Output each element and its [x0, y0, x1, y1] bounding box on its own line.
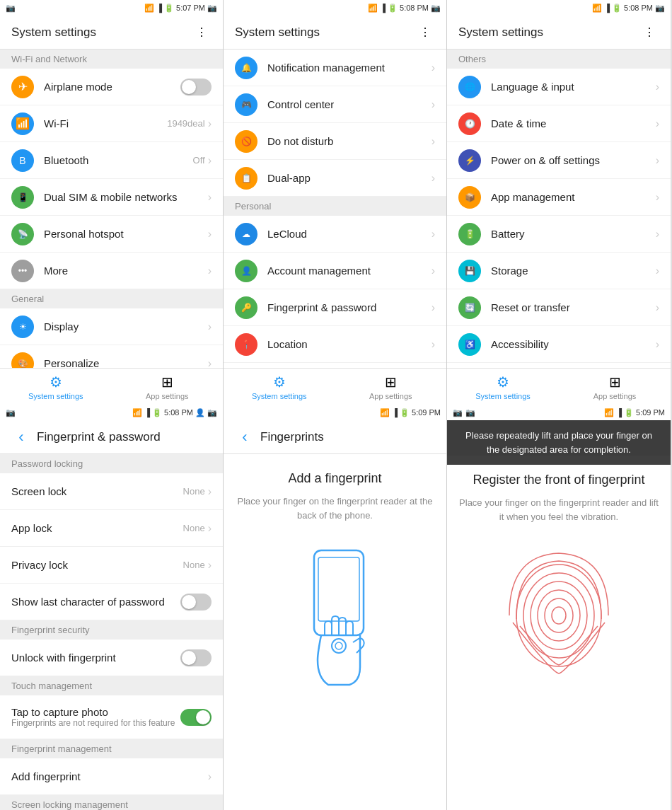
app-lock-value: None [183, 523, 205, 533]
panel-system-settings-2: 📶 ▐ 🔋 5:08 PM 📷 System settings ⋮ 🔔 Noti… [224, 0, 447, 405]
personalize-icon: 🎨 [11, 352, 34, 369]
unlock-fp-label: Unlock with fingerprint [11, 652, 180, 664]
screen-lock-chevron: › [208, 485, 212, 498]
app-mgmt-label: App management [491, 191, 656, 203]
screenshot-icon-4: 📷 [6, 408, 16, 417]
menu-button-2[interactable]: ⋮ [415, 23, 435, 42]
storage-label: Storage [491, 265, 656, 277]
svg-point-5 [545, 598, 573, 632]
setting-bluetooth[interactable]: Β Bluetooth Off › [0, 142, 223, 179]
app-lock-chevron: › [208, 522, 212, 535]
setting-accessibility[interactable]: ♿ Accessibility › [447, 326, 671, 363]
tap-capture-toggle[interactable] [180, 709, 212, 726]
show-last-char-toggle[interactable] [180, 594, 212, 611]
time-display-3: 5:08 PM [624, 4, 653, 12]
toast-text: Please repeatedly lift and place your fi… [465, 430, 652, 455]
setting-screen-lock[interactable]: Screen lock None › [0, 473, 223, 510]
time-display-4: 5:08 PM [164, 408, 193, 417]
language-icon: 🌐 [458, 76, 481, 98]
setting-notification[interactable]: 🔔 Notification management › [224, 50, 446, 86]
nav-system-settings-2[interactable]: ⚙ System settings [224, 369, 335, 405]
setting-date-time[interactable]: 🕐 Date & time › [447, 105, 671, 142]
dual-sim-chevron: › [208, 191, 212, 204]
datetime-icon: 🕐 [458, 112, 481, 135]
setting-wifi[interactable]: 📶 Wi-Fi 1949deal › [0, 105, 223, 142]
notification-icon: 🔔 [235, 57, 257, 79]
setting-display[interactable]: ☀ Display › [0, 308, 223, 345]
setting-add-fingerprint[interactable]: Add fingerprint › [0, 758, 223, 795]
airplane-toggle[interactable] [180, 79, 212, 96]
setting-show-last-char[interactable]: Show last character of password [0, 584, 223, 620]
screen-lock-label: Screen lock [11, 485, 183, 497]
status-bar-6: 📷 📷 📶 ▐ 🔋 5:09 PM [447, 405, 671, 420]
privacy-lock-chevron: › [208, 559, 212, 572]
setting-fingerprint-password[interactable]: 🔑 Fingerprint & password › [224, 289, 446, 326]
show-last-char-label: Show last character of password [11, 596, 180, 608]
privacy-lock-label: Privacy lock [11, 559, 183, 571]
svg-point-7 [531, 582, 587, 649]
app-mgmt-icon: 📦 [458, 186, 481, 209]
setting-dual-app[interactable]: 📋 Dual-app › [224, 160, 446, 197]
page-title-1: System settings [11, 25, 192, 40]
hotspot-icon: 📡 [11, 223, 34, 245]
toolbar-2: System settings ⋮ [224, 16, 446, 50]
setting-app-mgmt[interactable]: 📦 App management › [447, 179, 671, 216]
back-button-5[interactable]: ‹ [235, 427, 255, 447]
nav-system-settings-1[interactable]: ⚙ System settings [0, 369, 112, 405]
setting-reset[interactable]: 🔄 Reset or transfer › [447, 289, 671, 326]
section-fingerprint-security: Fingerprint security [0, 620, 223, 640]
phone-hand-illustration [279, 543, 392, 699]
display-chevron: › [208, 320, 212, 333]
status-bar-3: 📶 ▐ 🔋 5:08 PM 📷 [447, 0, 671, 16]
setting-control-center[interactable]: 🎮 Control center › [224, 86, 446, 123]
setting-account-mgmt[interactable]: 👤 Account management › [224, 253, 446, 289]
battery-chevron: › [656, 228, 659, 241]
setting-print[interactable]: 🖨 Print services › [447, 363, 671, 368]
svg-point-9 [516, 565, 601, 666]
nav-app-settings-1[interactable]: ⊞ App settings [112, 369, 224, 405]
setting-battery[interactable]: 🔋 Battery › [447, 216, 671, 253]
setting-dnd[interactable]: 🚫 Do not disturb › [224, 123, 446, 160]
setting-location[interactable]: 📍 Location › [224, 326, 446, 363]
reset-label: Reset or transfer [491, 301, 656, 313]
svg-point-4 [552, 607, 566, 624]
setting-storage[interactable]: 💾 Storage › [447, 253, 671, 289]
personalize-chevron: › [208, 357, 212, 369]
time-display-2: 5:08 PM [400, 4, 429, 12]
status-bar-2: 📶 ▐ 🔋 5:08 PM 📷 [224, 0, 446, 16]
signal-icon-2: ▐ [380, 4, 386, 12]
menu-button-3[interactable]: ⋮ [639, 23, 659, 42]
control-chevron: › [431, 98, 435, 111]
setting-language[interactable]: 🌐 Language & input › [447, 69, 671, 105]
menu-button-1[interactable]: ⋮ [192, 23, 212, 42]
setting-personalize[interactable]: 🎨 Personalize › [0, 345, 223, 368]
reset-chevron: › [656, 301, 659, 314]
setting-airplane-mode[interactable]: ✈ Airplane mode [0, 69, 223, 105]
nav-app-settings-2[interactable]: ⊞ App settings [335, 369, 447, 405]
screenshot-icon: 📷 [207, 4, 217, 13]
setting-app-lock[interactable]: App lock None › [0, 510, 223, 547]
panel-fingerprints: 📶 ▐ 🔋 5:09 PM ‹ Fingerprints Add a finge… [224, 405, 447, 810]
time-display-5: 5:09 PM [412, 408, 441, 417]
setting-unlock-fingerprint[interactable]: Unlock with fingerprint [0, 640, 223, 676]
setting-privacy-lock[interactable]: Privacy lock None › [0, 547, 223, 584]
accessibility-chevron: › [656, 338, 659, 351]
dual-app-chevron: › [431, 172, 435, 185]
setting-more[interactable]: ••• More › [0, 253, 223, 289]
register-fp-content: Register the front of fingerprint Place … [447, 456, 671, 810]
hotspot-chevron: › [208, 228, 212, 241]
accessibility-icon: ♿ [458, 333, 481, 356]
setting-tap-capture[interactable]: Tap to capture photo Fingerprints are no… [0, 695, 223, 739]
notification-chevron: › [431, 62, 435, 74]
setting-lecloud[interactable]: ☁ LeCloud › [224, 216, 446, 253]
nav-system-settings-3[interactable]: ⚙ System settings [447, 369, 559, 405]
back-button-4[interactable]: ‹ [11, 427, 31, 447]
setting-power[interactable]: ⚡ Power on & off settings › [447, 142, 671, 179]
setting-personal-hotspot[interactable]: 📡 Personal hotspot › [0, 216, 223, 253]
nav-app-icon-3: ⊞ [609, 374, 621, 390]
setting-dual-sim[interactable]: 📱 Dual SIM & mobile networks › [0, 179, 223, 216]
nav-settings-icon-2: ⚙ [273, 374, 286, 390]
setting-permissions[interactable]: 🔐 Permissions › [224, 363, 446, 368]
unlock-fp-toggle[interactable] [180, 649, 212, 666]
nav-app-settings-3[interactable]: ⊞ App settings [559, 369, 671, 405]
